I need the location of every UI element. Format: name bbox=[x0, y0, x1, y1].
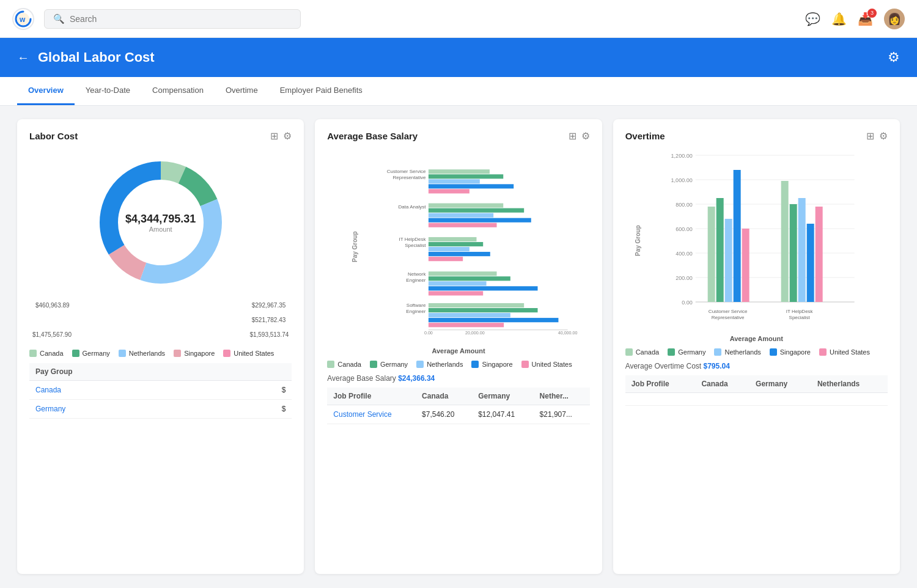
overtime-table: Job Profile Canada Germany Netherlands bbox=[625, 375, 888, 406]
legend-singapore: Singapore bbox=[174, 350, 215, 357]
svg-rect-61 bbox=[724, 219, 732, 302]
salary-table: Job Profile Canada Germany Nether... Cus… bbox=[327, 388, 589, 424]
svg-rect-39 bbox=[429, 323, 504, 327]
overtime-legend: Canada Germany Netherlands Singapore Uni… bbox=[625, 348, 888, 356]
svg-text:Specialist: Specialist bbox=[789, 315, 810, 320]
svg-rect-30 bbox=[429, 281, 487, 285]
donut-chart: $4,344,795.31 Amount bbox=[29, 149, 292, 296]
search-input[interactable] bbox=[70, 14, 292, 24]
svg-text:200.00: 200.00 bbox=[676, 275, 693, 281]
labor-cost-legend: Canada Germany Netherlands Singapore Uni… bbox=[29, 350, 292, 357]
svg-rect-11 bbox=[429, 184, 514, 188]
tab-overview[interactable]: Overview bbox=[17, 77, 75, 105]
svg-rect-60 bbox=[716, 198, 723, 302]
svg-rect-22 bbox=[429, 242, 483, 246]
donut-label-neth: $1,593,513.74 bbox=[249, 331, 289, 338]
svg-rect-12 bbox=[429, 189, 470, 193]
svg-rect-15 bbox=[429, 208, 524, 213]
overtime-y-axis-label: Pay Group bbox=[634, 226, 641, 257]
tab-year-to-date[interactable]: Year-to-Date bbox=[75, 77, 141, 105]
inbox-icon[interactable]: 📥 3 bbox=[858, 12, 873, 26]
donut-label-us-bottom: $1,475,567.90 bbox=[32, 331, 72, 338]
legend-us: United States bbox=[223, 350, 274, 357]
settings-icon-card2[interactable]: ⚙ bbox=[581, 130, 590, 142]
svg-rect-64 bbox=[781, 181, 788, 302]
svg-text:Engineer: Engineer bbox=[407, 309, 426, 314]
overtime-stat: Average Overtime Cost $795.04 bbox=[625, 362, 888, 370]
svg-rect-31 bbox=[429, 286, 538, 290]
filter-icon[interactable]: ⊞ bbox=[270, 130, 278, 142]
svg-rect-59 bbox=[707, 207, 715, 302]
svg-rect-25 bbox=[429, 257, 463, 261]
svg-rect-14 bbox=[429, 204, 503, 208]
svg-rect-8 bbox=[429, 169, 490, 174]
filter-icon-salary[interactable]: ⊞ bbox=[569, 130, 576, 142]
donut-total: $4,344,795.31 bbox=[125, 213, 196, 226]
svg-rect-29 bbox=[429, 276, 510, 281]
svg-rect-28 bbox=[429, 271, 497, 276]
bell-icon[interactable]: 🔔 bbox=[831, 12, 847, 26]
svg-text:IT HelpDesk: IT HelpDesk bbox=[786, 309, 813, 314]
back-button[interactable]: ← bbox=[17, 51, 29, 65]
svg-text:1,200.00: 1,200.00 bbox=[671, 153, 692, 159]
svg-text:IT HelpDesk: IT HelpDesk bbox=[399, 237, 427, 242]
overtime-x-label: Average Amount bbox=[625, 335, 888, 342]
svg-rect-67 bbox=[806, 224, 814, 302]
labor-cost-card: Labor Cost ⊞ ⚙ $4 bbox=[17, 119, 304, 574]
donut-label: Amount bbox=[125, 226, 196, 233]
svg-rect-17 bbox=[429, 218, 531, 222]
svg-rect-32 bbox=[429, 291, 483, 295]
svg-text:Specialist: Specialist bbox=[405, 243, 426, 248]
table-cell-canada[interactable]: Canada bbox=[29, 381, 227, 400]
svg-text:0.00: 0.00 bbox=[682, 300, 693, 306]
svg-rect-35 bbox=[429, 303, 524, 307]
donut-label-germany: $521,782.43 bbox=[252, 317, 286, 323]
svg-text:1,000.00: 1,000.00 bbox=[671, 177, 692, 183]
svg-rect-10 bbox=[429, 179, 480, 183]
svg-text:0.00: 0.00 bbox=[424, 331, 433, 336]
legend-germany: Germany bbox=[72, 350, 110, 357]
svg-rect-23 bbox=[429, 247, 470, 251]
settings-icon-card1[interactable]: ⚙ bbox=[283, 130, 292, 142]
tab-bar: Overview Year-to-Date Compensation Overt… bbox=[0, 77, 917, 106]
svg-rect-16 bbox=[429, 213, 493, 218]
top-nav: w 🔍 💬 🔔 📥 3 👩 bbox=[0, 0, 917, 38]
table-row: Customer Service $7,546.20 $12,047.41 $2… bbox=[327, 405, 589, 424]
page-title: Global Labor Cost bbox=[38, 50, 155, 65]
overtime-header: Overtime ⊞ ⚙ bbox=[625, 130, 888, 142]
table-cell-germany[interactable]: Germany bbox=[29, 400, 227, 419]
svg-text:Software: Software bbox=[407, 303, 426, 308]
svg-text:400.00: 400.00 bbox=[676, 251, 693, 257]
salary-legend: Canada Germany Netherlands Singapore Uni… bbox=[327, 361, 589, 368]
donut-center: $4,344,795.31 Amount bbox=[125, 213, 196, 233]
svg-rect-66 bbox=[798, 198, 805, 302]
svg-text:w: w bbox=[19, 15, 26, 24]
labor-cost-header: Labor Cost ⊞ ⚙ bbox=[29, 130, 292, 142]
tab-overtime[interactable]: Overtime bbox=[215, 77, 269, 105]
labor-cost-title: Labor Cost bbox=[29, 131, 270, 141]
svg-text:40,000.00: 40,000.00 bbox=[558, 331, 578, 336]
table-row-empty bbox=[625, 393, 888, 406]
settings-icon[interactable]: ⚙ bbox=[888, 50, 900, 65]
settings-icon-card3[interactable]: ⚙ bbox=[879, 130, 888, 142]
svg-rect-68 bbox=[815, 207, 822, 302]
search-bar[interactable]: 🔍 bbox=[44, 9, 301, 29]
svg-rect-38 bbox=[429, 318, 559, 322]
svg-text:Customer Service: Customer Service bbox=[387, 169, 426, 174]
tab-employer-paid-benefits[interactable]: Employer Paid Benefits bbox=[269, 77, 374, 105]
user-avatar[interactable]: 👩 bbox=[884, 9, 905, 29]
table-header-value bbox=[227, 363, 292, 381]
main-content: Labor Cost ⊞ ⚙ $4 bbox=[0, 106, 917, 587]
svg-rect-37 bbox=[429, 313, 510, 317]
tab-compensation[interactable]: Compensation bbox=[141, 77, 215, 105]
filter-icon-overtime[interactable]: ⊞ bbox=[866, 130, 874, 142]
salary-y-axis-label: Pay Group bbox=[352, 232, 358, 263]
svg-text:Representative: Representative bbox=[393, 175, 426, 180]
overtime-card: Overtime ⊞ ⚙ Pay Group bbox=[613, 119, 900, 574]
salary-bar-chart: Customer Service Representative Data Ana… bbox=[382, 149, 589, 345]
avg-salary-card: Average Base Salary ⊞ ⚙ Pay Group Custom… bbox=[315, 119, 602, 574]
chat-icon[interactable]: 💬 bbox=[805, 12, 820, 26]
svg-rect-62 bbox=[733, 170, 740, 302]
svg-rect-65 bbox=[789, 204, 797, 302]
donut-label-canada: $292,967.35 bbox=[252, 302, 286, 309]
